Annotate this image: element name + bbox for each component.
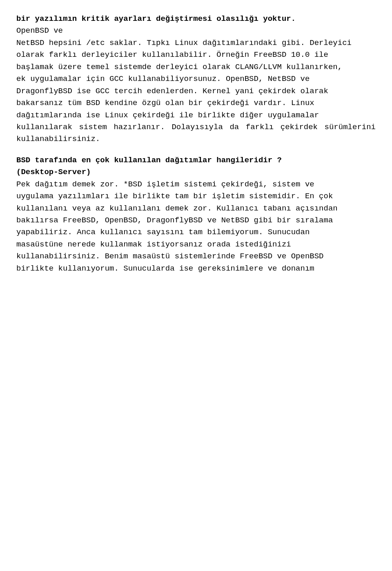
- para1-line4: olarak farklı derleyiciler kullanılabili…: [16, 49, 376, 61]
- para1-line5: başlamak üzere temel sistemde derleyici …: [16, 61, 376, 73]
- para1-line9: dağıtımlarında ise Linux çekirdeği ile b…: [16, 110, 376, 121]
- spacer: [16, 146, 376, 155]
- para1-line7: DragonflyBSD ise GCC tercih edenlerden. …: [16, 85, 376, 97]
- para1-line3: NetBSD hepsini /etc saklar. Tıpkı Linux …: [16, 37, 376, 49]
- para1-line10: kullanılarak sistem hazırlanır. Dolayısı…: [16, 121, 376, 146]
- heading-line1: BSD tarafında en çok kullanılan dağıtıml…: [16, 155, 376, 166]
- para2-line8: birlikte kullanıyorum. Sunucularda ise g…: [16, 263, 376, 275]
- para1-line6: ek uygulamalar için GCC kullanabiliyorsu…: [16, 73, 376, 85]
- para2-line4: bakılırsa FreeBSD, OpenBSD, DragonflyBSD…: [16, 215, 376, 226]
- para2-line2: uygulama yazılımları ile birlikte tam bi…: [16, 190, 376, 202]
- para1-line2: OpenBSD ve: [16, 25, 376, 37]
- para2-line6: masaüstüne nerede kullanmak istiyorsanız…: [16, 239, 376, 251]
- para2-line1: Pek dağıtım demek zor. *BSD işletim sist…: [16, 179, 376, 190]
- para2-line3: kullanılanı veya az kullanılanı demek zo…: [16, 203, 376, 215]
- para2-line5: yapabiliriz. Anca kullanıcı sayısını tam…: [16, 226, 376, 238]
- para2-line7: kullanabilirsiniz. Benim masaüstü sistem…: [16, 251, 376, 262]
- para1-line8: bakarsanız tüm BSD kendine özgü olan bir…: [16, 97, 376, 109]
- para1-line1: bir yazılımın kritik ayarları değiştirme…: [16, 13, 376, 25]
- heading-line2: (Desktop-Server): [16, 166, 376, 178]
